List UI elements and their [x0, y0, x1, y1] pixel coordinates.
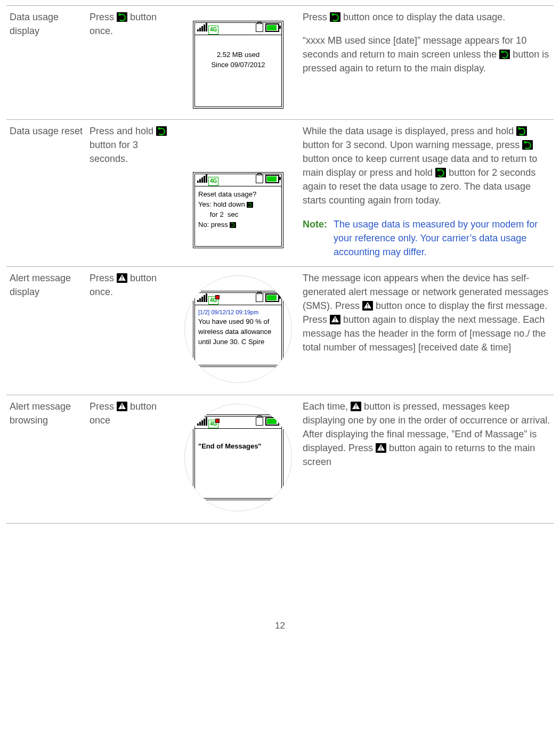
row-action: Press button once. — [86, 6, 177, 120]
alert-icon — [117, 273, 127, 283]
device-status-bar: 4G — [194, 416, 282, 429]
device-status-bar: 4G — [194, 22, 282, 35]
alert-icon — [351, 402, 361, 411]
table-row: Data usage display Press button once. 4G… — [6, 6, 554, 120]
refresh-icon — [117, 12, 127, 22]
row-description: Press button once to display the data us… — [299, 6, 554, 120]
device-body: 2.52 MB used Since 09/07/2012 — [194, 35, 282, 107]
message-body: You have used 90 % of wireless data allo… — [198, 317, 278, 347]
row-description: While the data usage is displayed, press… — [299, 120, 554, 267]
battery-icon — [265, 23, 279, 32]
4g-icon: 4G — [208, 177, 218, 186]
table-row: Alert message browsing Press button once… — [6, 395, 554, 523]
refresh-icon — [435, 168, 446, 177]
refresh-icon — [156, 126, 167, 136]
alert-icon — [117, 402, 127, 411]
row-title: Alert message browsing — [6, 395, 86, 523]
device-body: "End of Messages" — [194, 429, 282, 499]
signal-icon — [197, 174, 207, 183]
instruction-table: Data usage display Press button once. 4G… — [6, 5, 554, 524]
signal-icon — [197, 417, 207, 426]
row-description: Each time, button is pressed, messages k… — [299, 395, 554, 523]
battery-icon — [265, 417, 279, 426]
row-action: Press button once. — [86, 266, 177, 395]
usb-icon — [256, 417, 263, 426]
row-screen: 4G "End of Messages" — [177, 395, 299, 523]
device-mockup: 4G [1/2] 09/12/12 09:19pm You have used … — [193, 291, 283, 367]
device-mockup: 4G 2.52 MB used Since 09/07/2012 — [193, 21, 283, 109]
row-title: Alert message display — [6, 266, 86, 395]
page-number: 12 — [6, 619, 554, 633]
table-row: Data usage reset Press and hold button f… — [6, 120, 554, 267]
refresh-icon — [230, 222, 236, 228]
row-screen: 4G [1/2] 09/12/12 09:19pm You have used … — [177, 266, 299, 395]
battery-icon — [265, 175, 279, 183]
row-description: The message icon appears when the device… — [299, 266, 554, 395]
4g-icon: 4G — [208, 420, 218, 429]
usb-icon — [256, 23, 263, 32]
note-body: The usage data is measured by your modem… — [334, 217, 550, 259]
device-status-bar: 4G — [194, 174, 282, 186]
row-title: Data usage display — [6, 6, 86, 120]
message-header: [1/2] 09/12/12 09:19pm — [198, 308, 278, 317]
row-action: Press and hold button for 3 seconds. — [86, 120, 177, 267]
refresh-icon — [516, 126, 527, 136]
refresh-icon — [522, 140, 533, 150]
device-body: Reset data usage? Yes: hold down for 2 s… — [194, 186, 282, 247]
alert-icon — [330, 315, 340, 324]
row-title: Data usage reset — [6, 120, 86, 267]
signal-icon — [197, 293, 207, 302]
device-mockup: 4G "End of Messages" — [193, 414, 283, 500]
usb-icon — [256, 175, 263, 183]
refresh-icon — [247, 202, 253, 208]
note-label: Note: — [303, 217, 327, 259]
row-screen: 4G 2.52 MB used Since 09/07/2012 — [177, 6, 299, 120]
circle-frame: 4G [1/2] 09/12/12 09:19pm You have used … — [184, 275, 292, 383]
alert-icon — [362, 301, 373, 311]
table-row: Alert message display Press button once.… — [6, 266, 554, 395]
note-block: Note: The usage data is measured by your… — [303, 217, 550, 259]
device-mockup: 4G Reset data usage? Yes: hold down for … — [193, 172, 283, 248]
battery-icon — [265, 293, 279, 302]
device-status-bar: 4G — [194, 292, 282, 305]
4g-icon: 4G — [208, 296, 218, 305]
4g-icon: 4G — [208, 26, 218, 35]
signal-icon — [197, 23, 207, 31]
alert-icon — [376, 443, 386, 453]
row-screen: 4G Reset data usage? Yes: hold down for … — [177, 120, 299, 267]
circle-frame: 4G "End of Messages" — [184, 404, 292, 511]
row-action: Press button once — [86, 395, 177, 523]
usb-icon — [256, 293, 263, 302]
refresh-icon — [499, 50, 510, 59]
device-body: [1/2] 09/12/12 09:19pm You have used 90 … — [194, 305, 282, 365]
refresh-icon — [330, 12, 340, 22]
